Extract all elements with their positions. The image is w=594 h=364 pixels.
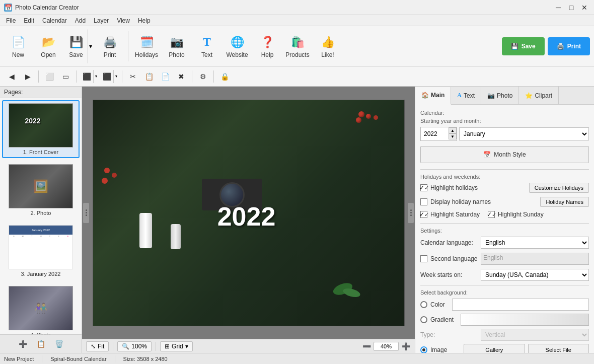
- print-button[interactable]: 🖨️ Print: [96, 29, 124, 63]
- menu-layer[interactable]: Layer: [90, 16, 113, 25]
- duplicate-page-button[interactable]: 📋: [34, 338, 48, 350]
- select-all-button[interactable]: ⬜: [42, 69, 57, 84]
- highlight-sunday-label: Highlight Sunday: [498, 211, 544, 218]
- grid-button[interactable]: ⊞ Grid ▾: [160, 341, 193, 351]
- minimize-button[interactable]: ─: [553, 2, 564, 13]
- page-label-2: 2. Photo: [31, 210, 51, 216]
- save-dropdown-arrow[interactable]: ▾: [88, 29, 94, 63]
- year-down-button[interactable]: ▼: [449, 133, 457, 139]
- zoom-in-button[interactable]: ➕: [401, 341, 411, 351]
- menu-view[interactable]: View: [113, 16, 134, 25]
- menu-help[interactable]: Help: [134, 16, 155, 25]
- text-button[interactable]: T Text: [193, 29, 221, 63]
- calendar-language-select[interactable]: English Spanish French German: [481, 237, 589, 249]
- menu-edit[interactable]: Edit: [20, 16, 38, 25]
- menu-file[interactable]: File: [2, 16, 20, 25]
- tab-text[interactable]: A Text: [451, 87, 481, 104]
- customize-holidays-button[interactable]: Customize Holidays: [529, 183, 589, 193]
- open-button[interactable]: 📂 Open: [34, 29, 62, 63]
- holidays-section-label: Holidays and weekends:: [420, 174, 589, 180]
- zoom-out-button[interactable]: ➖: [361, 341, 372, 351]
- tab-clipart[interactable]: ⭐ Clipart: [519, 87, 559, 104]
- settings-button[interactable]: ⚙: [195, 69, 210, 84]
- top-save-button[interactable]: 💾 Save: [502, 37, 545, 55]
- year-input[interactable]: [421, 127, 449, 140]
- help-button[interactable]: ❓ Help: [253, 29, 281, 63]
- gallery-button[interactable]: Gallery: [464, 344, 525, 353]
- page-item-1[interactable]: 2022 1. Front Cover: [2, 100, 80, 158]
- highlight-sunday-checkbox[interactable]: ✓: [488, 211, 495, 218]
- add-page-button[interactable]: ➕: [16, 338, 30, 350]
- fit-icon: ⤡: [91, 343, 96, 350]
- canvas-resize-handle-left[interactable]: [83, 203, 89, 223]
- print-icon-top: 🖨️: [557, 43, 564, 50]
- photo-button[interactable]: 📷 Photo: [163, 29, 191, 63]
- select-file-button[interactable]: Select File: [528, 344, 589, 353]
- fit-button[interactable]: ⤡ Fit: [86, 341, 109, 351]
- delete-page-button[interactable]: 🗑️: [52, 338, 66, 350]
- gradient-radio-button[interactable]: [420, 316, 427, 323]
- redo-button[interactable]: ▶: [20, 69, 35, 84]
- canvas-container[interactable]: 2022: [82, 87, 415, 339]
- paste-button[interactable]: 📄: [158, 69, 173, 84]
- page-item-3[interactable]: January 2022 S M T W T F S 3. January 20…: [2, 222, 80, 280]
- calendar-language-label: Calendar language:: [420, 239, 481, 246]
- website-icon: 🌐: [229, 34, 245, 50]
- canvas-image[interactable]: 2022: [93, 100, 405, 326]
- divider-3: [420, 285, 589, 285]
- pages-panel: Pages: 2022 1. Front Cover 🖼️: [0, 87, 82, 353]
- image-radio-button[interactable]: [420, 346, 427, 353]
- top-print-button[interactable]: 🖨️ Print: [548, 37, 590, 55]
- like-button[interactable]: 👍 Like!: [314, 29, 342, 63]
- month-style-label: Month Style: [494, 151, 526, 158]
- highlight-holidays-checkbox[interactable]: ✓: [420, 184, 427, 191]
- website-button[interactable]: 🌐 Website: [223, 29, 251, 63]
- grid-arrow: ▾: [185, 343, 188, 350]
- month-select[interactable]: January February March April May June Ju…: [459, 127, 589, 140]
- copy-button[interactable]: 📋: [141, 69, 157, 84]
- tab-main[interactable]: 🏠 Main: [415, 87, 451, 105]
- cut-button[interactable]: ✂: [125, 69, 140, 84]
- gradient-preview[interactable]: [461, 314, 589, 326]
- month-style-button[interactable]: 📅 Month Style: [420, 146, 589, 163]
- save-icon-top: 💾: [511, 43, 518, 50]
- holidays-button[interactable]: 🗓️ Holidays: [132, 29, 161, 63]
- products-button[interactable]: 🛍️ Products: [283, 29, 312, 63]
- type-label: Type:: [420, 331, 481, 338]
- photo-icon: 📷: [169, 34, 185, 50]
- menu-calendar[interactable]: Calendar: [38, 16, 71, 25]
- save-button[interactable]: 💾 Save: [64, 29, 88, 63]
- new-button[interactable]: 📄 New: [4, 29, 32, 63]
- text-tab-label: Text: [464, 92, 475, 99]
- image-label: Image: [430, 346, 461, 353]
- decoration-cylinder-1: [139, 213, 152, 248]
- close-button[interactable]: ✕: [579, 2, 590, 13]
- holiday-names-button[interactable]: Holiday Names: [540, 197, 589, 207]
- display-holiday-names-checkbox[interactable]: [420, 198, 427, 205]
- year-up-button[interactable]: ▲: [449, 127, 457, 133]
- maximize-button[interactable]: □: [566, 2, 577, 13]
- highlight-saturday-checkbox[interactable]: ✓: [420, 211, 427, 218]
- canvas-resize-handle-right[interactable]: [408, 203, 414, 223]
- second-language-checkbox[interactable]: [420, 255, 427, 262]
- toolbar2-sep-5: [213, 70, 214, 83]
- delete-button[interactable]: ✖: [174, 69, 189, 84]
- app-icon: 📅: [4, 4, 12, 12]
- color-preview[interactable]: [452, 299, 589, 311]
- zoom-100-button[interactable]: 🔍 100%: [117, 341, 152, 351]
- page-item-2[interactable]: 🖼️ 2. Photo: [2, 161, 80, 219]
- photo-label: Photo: [169, 51, 184, 58]
- page-item-4[interactable]: 👫 4. Photo: [2, 283, 80, 334]
- align-left-button[interactable]: ⬛ ▾: [80, 69, 99, 84]
- gradient-radio-row: Gradient: [420, 314, 589, 326]
- secondary-toolbar: ◀ ▶ ⬜ ▭ ⬛ ▾ ⬛ ▾ ✂ 📋 📄 ✖ ⚙ 🔒: [0, 66, 594, 87]
- align-top-button[interactable]: ⬛ ▾: [100, 69, 119, 84]
- week-starts-select[interactable]: Sunday (USA, Canada) Monday Saturday: [481, 269, 589, 281]
- menu-add[interactable]: Add: [71, 16, 90, 25]
- color-radio-button[interactable]: [420, 301, 427, 308]
- year-month-row: ▲ ▼ January February March April May Jun…: [420, 127, 589, 141]
- lock-button[interactable]: 🔒: [217, 69, 232, 84]
- undo-button[interactable]: ◀: [4, 69, 19, 84]
- deselect-button[interactable]: ▭: [58, 69, 73, 84]
- tab-photo[interactable]: 📷 Photo: [481, 87, 519, 104]
